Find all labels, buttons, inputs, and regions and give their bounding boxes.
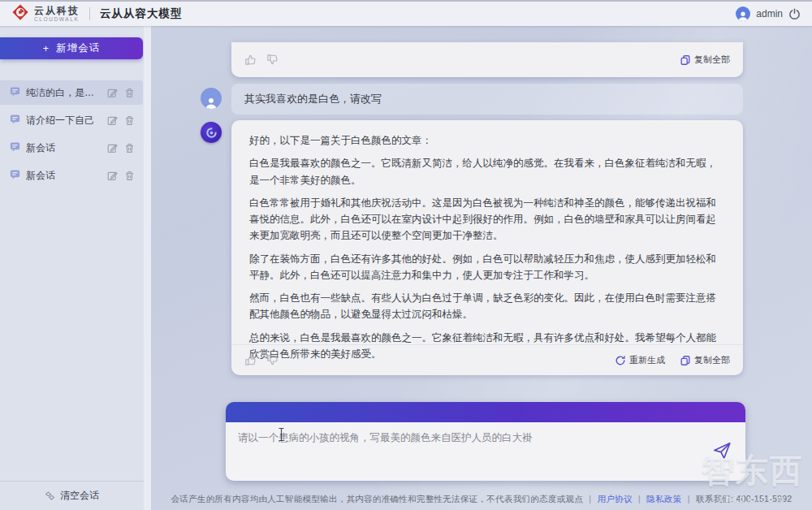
topbar-divider xyxy=(89,7,90,20)
thumbs-up-icon[interactable] xyxy=(244,54,257,66)
brand-name-cn: 云从科技 xyxy=(34,6,80,15)
edit-icon[interactable] xyxy=(107,171,118,181)
delete-icon[interactable] xyxy=(124,171,135,181)
new-session-button[interactable]: + 新增会话 xyxy=(0,37,143,59)
thumbs-up-icon[interactable] xyxy=(244,354,257,366)
session-list: 纯洁的白，是驿路梨花... 请介绍一下自己 xyxy=(0,80,151,188)
disclaimer-footer: 会话产生的所有内容均由人工智能模型输出，其内容的准确性和完整性无法保证，不代表我… xyxy=(151,494,812,505)
clear-sessions-label: 清空会话 xyxy=(60,489,99,503)
assistant-paragraph: 然而，白色也有一些缺点。有些人认为白色过于单调，缺乏色彩的变化。因此，在使用白色… xyxy=(249,290,725,323)
user-message-avatar xyxy=(201,88,222,109)
top-bar: 云从科技 CLOUDWALK 云从从容大模型 admin xyxy=(0,0,812,26)
thumbs-down-icon[interactable] xyxy=(266,354,279,366)
sidebar-scrollbar[interactable] xyxy=(144,26,151,510)
chat-bubble-icon xyxy=(10,140,20,155)
session-item-3[interactable]: 新会话 xyxy=(0,136,143,160)
assistant-paragraph: 白色是我最喜欢的颜色之一。它既清新又简洁，给人以纯净的感觉。在我看来，白色象征着… xyxy=(249,155,725,188)
edit-icon[interactable] xyxy=(107,88,118,98)
send-icon[interactable] xyxy=(711,440,732,465)
chat-bubble-icon xyxy=(10,168,20,183)
composer: 请以一个患病的小孩的视角，写最美的颜色来自医护人员的白大褂 xyxy=(226,402,745,481)
page-title: 云从从容大模型 xyxy=(100,6,183,21)
copy-all-button[interactable]: 复制全部 xyxy=(680,354,730,366)
assistant-message-card: 好的，以下是一篇关于白色颜色的文章： 白色是我最喜欢的颜色之一。它既清新又简洁，… xyxy=(231,120,743,375)
privacy-link[interactable]: 隐私政策 xyxy=(646,494,681,504)
edit-icon[interactable] xyxy=(107,115,118,126)
regenerate-icon xyxy=(615,355,626,366)
contact-text: 联系我们: 400-151-5992 xyxy=(696,494,793,504)
session-title: 请介绍一下自己 xyxy=(26,114,102,128)
delete-icon[interactable] xyxy=(124,115,135,126)
previous-message-card: 复制全部 xyxy=(231,42,743,77)
delete-icon[interactable] xyxy=(124,143,135,153)
sidebar: + 新增会话 纯洁的白，是驿路梨花... 请介绍一下自己 xyxy=(0,26,151,510)
chat-bubble-icon xyxy=(10,113,20,128)
copy-icon xyxy=(680,355,691,366)
session-title: 新会话 xyxy=(26,141,102,155)
logout-power-icon[interactable] xyxy=(788,8,801,20)
edit-icon[interactable] xyxy=(107,143,118,153)
brand-logo: 云从科技 CLOUDWALK xyxy=(11,3,80,24)
disclaimer-text: 会话产生的所有内容均由人工智能模型输出，其内容的准确性和完整性无法保证，不代表我… xyxy=(171,494,583,504)
terms-link[interactable]: 用户协议 xyxy=(598,494,633,504)
assistant-paragraph: 好的，以下是一篇关于白色颜色的文章： xyxy=(249,132,725,149)
session-item-1[interactable]: 纯洁的白，是驿路梨花... xyxy=(0,80,143,105)
session-title: 纯洁的白，是驿路梨花... xyxy=(26,86,102,100)
chat-bubble-icon xyxy=(10,85,20,100)
user-avatar[interactable] xyxy=(736,6,750,21)
cloudwalk-logo-icon xyxy=(11,3,29,24)
regenerate-button[interactable]: 重新生成 xyxy=(615,354,665,366)
session-title: 新会话 xyxy=(26,169,102,183)
copy-icon xyxy=(680,54,691,66)
delete-icon[interactable] xyxy=(124,88,135,98)
clear-icon xyxy=(45,491,55,501)
composer-accent-bar xyxy=(226,402,745,422)
session-item-4[interactable]: 新会话 xyxy=(0,163,143,188)
thumbs-down-icon[interactable] xyxy=(266,54,279,66)
clear-sessions-button[interactable]: 清空会话 xyxy=(0,481,144,510)
user-message: 其实我喜欢的是白色，请改写 xyxy=(231,84,743,115)
plus-icon: + xyxy=(43,43,50,54)
assistant-avatar xyxy=(201,122,222,143)
assistant-message-body: 好的，以下是一篇关于白色颜色的文章： 白色是我最喜欢的颜色之一。它既清新又简洁，… xyxy=(231,120,743,362)
brand-name-en: CLOUDWALK xyxy=(34,17,80,23)
copy-all-button[interactable]: 复制全部 xyxy=(680,54,730,66)
assistant-paragraph: 除了在装饰方面，白色还有许多其他的好处。例如，白色可以帮助减轻压力和焦虑，使人感… xyxy=(249,251,725,284)
session-item-2[interactable]: 请介绍一下自己 xyxy=(0,108,143,132)
message-input[interactable]: 请以一个患病的小孩的视角，写最美的颜色来自医护人员的白大褂 xyxy=(238,430,705,473)
new-session-label: 新增会话 xyxy=(56,41,100,55)
chat-area: 复制全部 其实我喜欢的是白色，请改写 好的，以下是一篇关于白色颜色的文章： 白色 xyxy=(151,26,812,510)
username-label: admin xyxy=(756,8,783,19)
assistant-paragraph: 白色常常被用于婚礼和其他庆祝活动中。这是因为白色被视为一种纯洁和神圣的颜色，能够… xyxy=(249,195,725,244)
app-window: 云从科技 CLOUDWALK 云从从容大模型 admin xyxy=(0,0,812,510)
